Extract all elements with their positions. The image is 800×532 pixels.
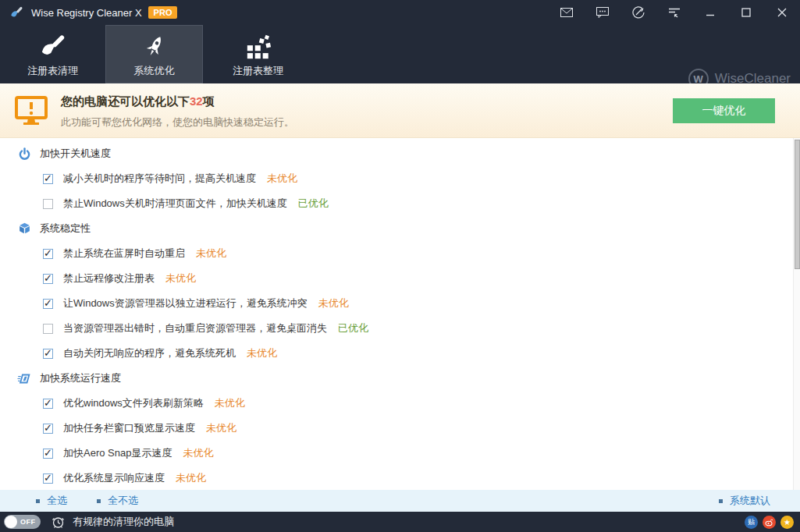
one-click-optimize-button[interactable]: 一键优化	[673, 98, 775, 123]
defrag-blocks-icon	[244, 31, 272, 61]
pro-badge: PRO	[148, 6, 178, 19]
checkbox[interactable]	[43, 424, 53, 434]
optimization-section: 系统稳定性 禁止系统在蓝屏时自动重启 未优化 禁止远程修改注册表 未优化 让Wi…	[0, 216, 793, 366]
power-icon	[17, 147, 31, 161]
feedback-icon[interactable]	[585, 0, 620, 25]
app-window: Wise Registry Cleaner X PRO	[0, 0, 800, 532]
optimization-item[interactable]: 禁止系统在蓝屏时自动重启 未优化	[0, 241, 793, 266]
item-label: 优化系统显示响应速度	[63, 471, 165, 485]
status-label: 已优化	[298, 197, 329, 211]
alarm-clock-icon	[52, 516, 65, 529]
status-label: 未优化	[183, 446, 213, 460]
title-bar: Wise Registry Cleaner X PRO	[0, 0, 800, 25]
section-header: 加快系统运行速度	[0, 366, 793, 391]
checkbox[interactable]	[43, 449, 53, 459]
bullet-icon	[719, 499, 723, 503]
toggle-label: OFF	[20, 518, 36, 526]
optimization-list: 加快开关机速度 减小关机时的程序等待时间，提高关机速度 未优化 禁止Window…	[0, 138, 793, 490]
checkbox[interactable]	[43, 349, 53, 359]
status-label: 未优化	[165, 271, 196, 286]
section-header: 加快开关机速度	[0, 141, 793, 166]
qzone-star-icon[interactable]: ★	[780, 516, 794, 529]
checkbox[interactable]	[43, 473, 53, 484]
optimization-item[interactable]: 优化系统显示响应速度 未优化	[0, 466, 793, 490]
status-label: 未优化	[215, 396, 245, 410]
status-label: 未优化	[267, 172, 297, 186]
scrollbar[interactable]	[793, 138, 800, 490]
checkbox[interactable]	[43, 174, 53, 184]
tieba-icon[interactable]: 贴	[745, 516, 758, 529]
tab-registry-cleanup[interactable]: 注册表清理	[4, 25, 101, 83]
bullet-icon	[36, 499, 40, 503]
optimization-item[interactable]: 当资源管理器出错时，自动重启资源管理器，避免桌面消失 已优化	[0, 316, 793, 341]
checkbox[interactable]	[43, 199, 53, 209]
bullet-icon	[97, 499, 101, 503]
app-logo-icon	[9, 5, 23, 20]
item-label: 当资源管理器出错时，自动重启资源管理器，避免桌面消失	[63, 321, 327, 335]
optimization-item[interactable]: 优化windows文件列表刷新策略 未优化	[0, 391, 793, 416]
item-label: 加快Aero Snap显示速度	[63, 446, 172, 460]
cube-icon	[17, 222, 31, 236]
status-text: 有规律的清理你的电脑	[73, 515, 174, 529]
toggle-knob	[5, 516, 17, 528]
tab-registry-defrag[interactable]: 注册表整理	[209, 25, 307, 83]
item-label: 禁止Windows关机时清理页面文件，加快关机速度	[63, 197, 287, 211]
optimization-item[interactable]: 减小关机时的程序等待时间，提高关机速度 未优化	[0, 166, 793, 191]
minimize-button[interactable]	[692, 0, 728, 25]
checkbox[interactable]	[43, 324, 53, 334]
optimization-banner: 您的电脑还可以优化以下32项 此功能可帮您优化网络，使您的电脑快速稳定运行。 一…	[0, 83, 800, 138]
system-default-link[interactable]: 系统默认	[719, 494, 770, 508]
status-label: 未优化	[196, 246, 226, 261]
tab-label: 注册表清理	[27, 64, 78, 78]
banner-title: 您的电脑还可以优化以下32项	[61, 94, 215, 109]
tab-label: 系统优化	[134, 64, 175, 78]
status-label: 未优化	[176, 471, 206, 485]
close-button[interactable]	[764, 0, 800, 25]
item-label: 减小关机时的程序等待时间，提高关机速度	[63, 172, 256, 186]
checkbox[interactable]	[43, 274, 53, 284]
section-header: 系统稳定性	[0, 216, 793, 241]
support-wrench-icon[interactable]	[620, 0, 656, 25]
status-label: 未优化	[206, 421, 236, 435]
weibo-icon[interactable]	[763, 516, 776, 529]
optimization-item[interactable]: 禁止Windows关机时清理页面文件，加快关机速度 已优化	[0, 191, 793, 216]
monitor-alert-icon	[14, 94, 48, 128]
optimization-item[interactable]: 禁止远程修改注册表 未优化	[0, 266, 793, 291]
optimizable-count: 32	[190, 94, 203, 108]
optimization-item[interactable]: 加快Aero Snap显示速度 未优化	[0, 441, 793, 466]
optimization-item[interactable]: 自动关闭无响应的程序，避免系统死机 未优化	[0, 341, 793, 366]
item-label: 优化windows文件列表刷新策略	[63, 396, 204, 410]
section-title: 加快系统运行速度	[40, 371, 121, 385]
speed-icon	[17, 371, 31, 385]
maximize-button[interactable]	[728, 0, 764, 25]
item-label: 加快任务栏窗口预览显示速度	[63, 421, 195, 435]
brush-icon	[39, 31, 67, 61]
checkbox[interactable]	[43, 249, 53, 259]
status-label: 未优化	[247, 346, 277, 360]
tab-bar: 注册表清理 系统优化 注册表整理 W WiseCleaner	[0, 25, 800, 83]
optimization-section: 加快开关机速度 减小关机时的程序等待时间，提高关机速度 未优化 禁止Window…	[0, 141, 793, 216]
optimization-section: 加快系统运行速度 优化windows文件列表刷新策略 未优化 加快任务栏窗口预览…	[0, 366, 793, 490]
select-all-link[interactable]: 全选	[36, 494, 67, 508]
app-title: Wise Registry Cleaner X	[31, 7, 142, 19]
select-none-link[interactable]: 全不选	[97, 494, 138, 508]
checkbox[interactable]	[43, 399, 53, 409]
checkbox[interactable]	[43, 299, 53, 309]
optimization-item[interactable]: 让Windows资源管理器以独立进程运行，避免系统冲突 未优化	[0, 291, 793, 316]
scrollbar-thumb[interactable]	[795, 140, 800, 269]
tab-label: 注册表整理	[233, 64, 283, 78]
optimization-item[interactable]: 加快任务栏窗口预览显示速度 未优化	[0, 416, 793, 441]
mail-icon[interactable]	[549, 0, 585, 25]
section-title: 加快开关机速度	[40, 147, 111, 161]
schedule-toggle[interactable]: OFF	[4, 515, 41, 529]
status-label: 已优化	[338, 321, 368, 335]
rocket-icon	[140, 31, 169, 61]
tab-system-tuneup[interactable]: 系统优化	[105, 25, 203, 83]
status-label: 未优化	[318, 296, 349, 310]
section-title: 系统稳定性	[40, 222, 91, 236]
selection-footer: 全选 全不选 系统默认	[0, 490, 800, 512]
menu-icon[interactable]	[656, 0, 692, 25]
banner-subtitle: 此功能可帮您优化网络，使您的电脑快速稳定运行。	[61, 115, 294, 129]
item-label: 禁止系统在蓝屏时自动重启	[63, 246, 185, 261]
item-label: 让Windows资源管理器以独立进程运行，避免系统冲突	[63, 296, 308, 310]
